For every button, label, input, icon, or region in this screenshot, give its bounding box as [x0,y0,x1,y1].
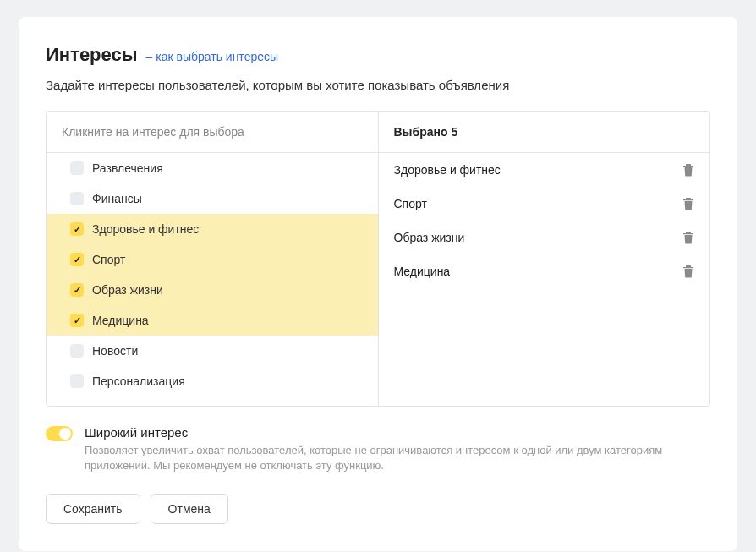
checkbox-icon[interactable] [70,222,84,236]
available-header: Кликните на интерес для выбора [47,112,378,153]
checkbox-icon[interactable] [70,314,84,327]
interest-item[interactable]: Новости [47,336,378,366]
interest-label: Развлечения [92,161,163,175]
selected-item-label: Медицина [394,265,451,278]
trash-icon[interactable] [682,265,694,278]
interest-item[interactable]: Развлечения [47,153,378,183]
checkbox-icon[interactable] [70,374,84,388]
selected-item-label: Образ жизни [394,231,465,244]
interest-item[interactable]: Финансы [47,183,378,214]
checkbox-icon[interactable] [70,161,84,175]
interests-card: Интересы – как выбрать интересы Задайте … [19,17,737,551]
selected-header: Выбрано 5 [379,112,710,153]
interest-label: Новости [92,344,138,358]
selected-item: Здоровье и фитнес [379,153,710,187]
panels-container: Кликните на интерес для выбора Развлечен… [46,111,710,407]
checkbox-icon[interactable] [70,283,84,297]
selected-item: Образ жизни [379,221,710,254]
interest-label: Здоровье и фитнес [92,222,199,236]
interest-label: Медицина [92,314,149,327]
checkbox-icon[interactable] [70,344,84,358]
interest-label: Персонализация [92,374,185,388]
cancel-button[interactable]: Отмена [151,494,228,524]
trash-icon[interactable] [682,231,694,244]
selected-item: Спорт [379,187,710,221]
selected-item: Медицина [379,254,710,288]
toggle-texts: Широкий интерес Позволяет увеличить охва… [85,425,710,473]
trash-icon[interactable] [682,163,694,177]
interest-item[interactable]: Здоровье и фитнес [47,214,378,244]
selected-list: Здоровье и фитнесСпортОбраз жизниМедицин… [379,153,710,406]
save-button[interactable]: Сохранить [46,494,140,524]
toggle-title: Широкий интерес [85,425,710,440]
available-list[interactable]: РазвлеченияФинансыЗдоровье и фитнесСпорт… [47,153,378,406]
interest-label: Финансы [92,192,142,205]
toggle-knob [59,428,71,440]
interest-item[interactable]: Спорт [47,244,378,275]
selected-panel: Выбрано 5 Здоровье и фитнесСпортОбраз жи… [379,112,710,406]
page-title: Интересы [46,44,138,66]
selected-item-label: Здоровье и фитнес [394,163,501,177]
help-link[interactable]: – как выбрать интересы [146,50,279,63]
interest-item[interactable]: Персонализация [47,366,378,396]
checkbox-icon[interactable] [70,192,84,205]
heading-row: Интересы – как выбрать интересы [46,44,710,66]
interest-item[interactable]: Медицина [47,305,378,336]
trash-icon[interactable] [682,197,694,210]
available-panel: Кликните на интерес для выбора Развлечен… [47,112,379,406]
selected-item-label: Спорт [394,197,427,210]
subtitle: Задайте интересы пользователей, которым … [46,78,710,92]
wide-interest-toggle[interactable] [46,426,73,441]
interest-label: Образ жизни [92,283,163,297]
interest-item[interactable]: Образ жизни [47,275,378,305]
button-row: Сохранить Отмена [46,494,710,524]
toggle-description: Позволяет увеличить охват пользователей,… [85,443,710,473]
wide-interest-section: Широкий интерес Позволяет увеличить охва… [46,425,710,473]
interest-label: Спорт [92,253,125,266]
checkbox-icon[interactable] [70,253,84,266]
